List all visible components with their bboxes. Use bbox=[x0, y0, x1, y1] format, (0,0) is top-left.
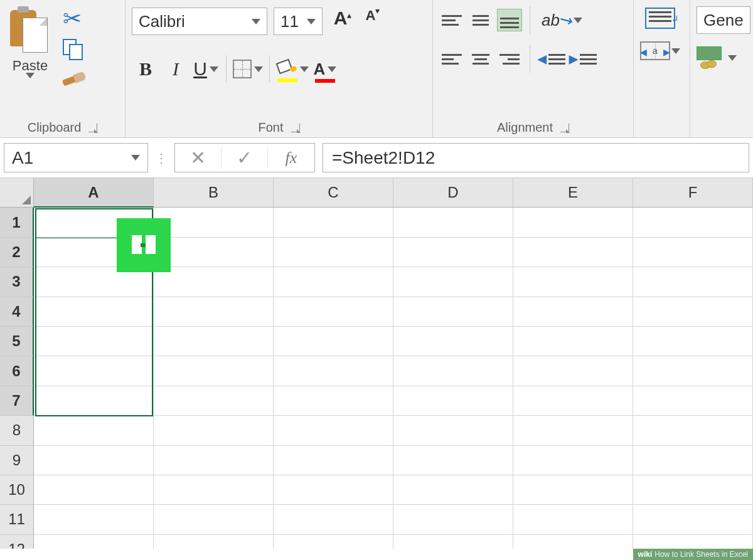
cell[interactable] bbox=[513, 505, 633, 534]
cell[interactable] bbox=[34, 535, 154, 549]
fill-color-button[interactable] bbox=[276, 53, 309, 85]
cell[interactable] bbox=[154, 475, 274, 505]
cell[interactable] bbox=[393, 475, 513, 505]
row-header[interactable]: 1 bbox=[0, 208, 34, 237]
cell[interactable] bbox=[393, 535, 513, 549]
accounting-format-button[interactable] bbox=[697, 46, 724, 69]
row-header[interactable]: 8 bbox=[0, 416, 34, 445]
cell[interactable] bbox=[393, 446, 513, 475]
column-header[interactable]: D bbox=[393, 178, 513, 208]
cell[interactable] bbox=[274, 475, 393, 505]
row-header[interactable]: 6 bbox=[0, 356, 34, 386]
cell[interactable] bbox=[274, 208, 393, 237]
cell[interactable] bbox=[34, 386, 154, 416]
cell[interactable] bbox=[274, 356, 393, 386]
cell[interactable] bbox=[513, 416, 633, 445]
italic-button[interactable]: I bbox=[162, 53, 190, 85]
row-header[interactable]: 11 bbox=[0, 505, 34, 534]
cell[interactable] bbox=[154, 386, 274, 416]
row-header[interactable]: 7 bbox=[0, 386, 34, 416]
cell[interactable] bbox=[274, 327, 393, 356]
cell[interactable] bbox=[154, 505, 274, 534]
cell[interactable] bbox=[393, 416, 513, 445]
cell[interactable] bbox=[34, 475, 154, 505]
row-header[interactable]: 10 bbox=[0, 475, 34, 505]
alignment-launcher-icon[interactable] bbox=[560, 124, 569, 132]
cell[interactable] bbox=[633, 208, 753, 237]
cell[interactable] bbox=[513, 208, 633, 237]
cell[interactable] bbox=[513, 238, 633, 267]
cell[interactable] bbox=[154, 416, 274, 445]
align-center-button[interactable] bbox=[468, 48, 493, 70]
cell[interactable] bbox=[154, 446, 274, 475]
cell[interactable] bbox=[393, 267, 513, 297]
cell[interactable] bbox=[513, 356, 633, 386]
chevron-down-icon[interactable] bbox=[671, 48, 680, 54]
align-left-button[interactable] bbox=[439, 48, 464, 70]
cell[interactable] bbox=[633, 267, 753, 297]
merge-center-button[interactable]: ◀a▶ bbox=[640, 41, 670, 60]
column-header[interactable]: C bbox=[274, 178, 393, 208]
grip-icon[interactable]: ⋮ bbox=[156, 143, 167, 172]
cell[interactable] bbox=[393, 505, 513, 534]
cell[interactable] bbox=[154, 208, 274, 237]
font-size-combo[interactable]: 11 bbox=[274, 8, 323, 35]
column-header[interactable]: F bbox=[633, 178, 753, 208]
cell[interactable] bbox=[274, 297, 393, 327]
cell[interactable] bbox=[633, 416, 753, 445]
fill-handle-cursor-icon[interactable] bbox=[117, 218, 171, 272]
enter-formula-button[interactable]: ✓ bbox=[222, 147, 268, 169]
cell[interactable] bbox=[393, 238, 513, 267]
cell[interactable] bbox=[393, 208, 513, 237]
cell[interactable] bbox=[513, 327, 633, 356]
row-header[interactable]: 2 bbox=[0, 238, 34, 267]
row-header[interactable]: 3 bbox=[0, 267, 34, 297]
cell[interactable] bbox=[513, 475, 633, 505]
decrease-font-size-button[interactable]: A▾ bbox=[359, 8, 387, 35]
cell[interactable] bbox=[154, 356, 274, 386]
cell[interactable] bbox=[633, 386, 753, 416]
cell[interactable] bbox=[274, 386, 393, 416]
cell[interactable] bbox=[274, 238, 393, 267]
column-header[interactable]: B bbox=[154, 178, 274, 208]
cell[interactable] bbox=[34, 446, 154, 475]
name-box[interactable]: A1 bbox=[4, 143, 148, 172]
formula-input[interactable]: =Sheet2!D12 bbox=[323, 143, 749, 172]
borders-button[interactable] bbox=[233, 53, 263, 85]
cell[interactable] bbox=[633, 475, 753, 505]
cell[interactable] bbox=[154, 267, 274, 297]
cell[interactable] bbox=[633, 238, 753, 267]
font-color-button[interactable]: A bbox=[311, 53, 339, 85]
cell[interactable] bbox=[274, 267, 393, 297]
wrap-text-button[interactable]: ↲ bbox=[645, 8, 675, 29]
format-painter-icon[interactable] bbox=[63, 69, 88, 89]
select-all-corner[interactable] bbox=[0, 178, 34, 208]
font-name-combo[interactable]: Calibri bbox=[132, 8, 267, 35]
cell[interactable] bbox=[633, 356, 753, 386]
align-right-button[interactable] bbox=[497, 48, 522, 70]
orientation-button[interactable]: ab↗ bbox=[538, 11, 586, 30]
row-header[interactable]: 9 bbox=[0, 446, 34, 475]
cell[interactable] bbox=[513, 386, 633, 416]
cell[interactable] bbox=[34, 416, 154, 445]
cell[interactable] bbox=[274, 535, 393, 549]
cell[interactable] bbox=[393, 327, 513, 356]
cell[interactable] bbox=[274, 446, 393, 475]
cell[interactable] bbox=[154, 327, 274, 356]
align-top-button[interactable] bbox=[439, 9, 464, 31]
cell[interactable] bbox=[513, 535, 633, 549]
cell[interactable] bbox=[393, 297, 513, 327]
cell[interactable] bbox=[34, 356, 154, 386]
cell[interactable] bbox=[154, 535, 274, 549]
cell[interactable] bbox=[34, 297, 154, 327]
cell[interactable] bbox=[154, 238, 274, 267]
cell[interactable] bbox=[393, 386, 513, 416]
column-header[interactable]: A bbox=[34, 178, 154, 208]
cell[interactable] bbox=[34, 505, 154, 534]
cell[interactable] bbox=[633, 297, 753, 327]
cell[interactable] bbox=[513, 297, 633, 327]
cell[interactable] bbox=[154, 297, 274, 327]
paste-dropdown-icon[interactable] bbox=[26, 73, 35, 78]
cell[interactable] bbox=[274, 505, 393, 534]
cell[interactable] bbox=[633, 327, 753, 356]
